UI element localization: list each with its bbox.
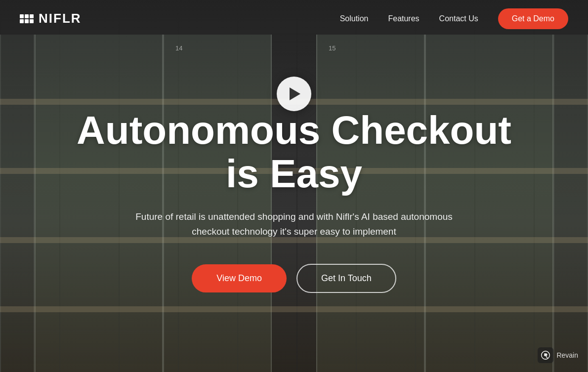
hero-buttons: View Demo Get In Touch (72, 264, 516, 293)
play-button[interactable] (277, 77, 311, 111)
logo-icon (20, 14, 34, 23)
hero-title-line2: is Easy (226, 152, 362, 196)
hero-title: Autonomous Checkout is Easy (72, 109, 516, 196)
navbar: NIFLR Solution Features Contact Us Get a… (0, 0, 588, 37)
nav-contact[interactable]: Contact Us (439, 14, 478, 23)
fridge-number-14: 14 (175, 44, 182, 52)
hero-content: Autonomous Checkout is Easy Future of re… (72, 109, 516, 293)
fridge-number-15: 15 (329, 44, 336, 52)
logo[interactable]: NIFLR (20, 11, 82, 26)
fridge-right-far (553, 35, 588, 372)
hero-title-line1: Autonomous Checkout (77, 108, 511, 152)
hero-subtitle: Future of retail is unattended shopping … (126, 209, 462, 240)
get-in-touch-button[interactable]: Get In Touch (296, 264, 396, 293)
revain-text: Revain (556, 351, 578, 359)
nav-solution[interactable]: Solution (340, 14, 369, 23)
logo-text: NIFLR (39, 11, 82, 26)
logo-dot-2 (25, 14, 29, 18)
logo-grid (20, 14, 34, 23)
revain-badge: Revain (538, 347, 578, 363)
revain-logo-svg (540, 350, 551, 361)
revain-icon (538, 347, 553, 363)
logo-dot-1 (20, 14, 24, 18)
play-icon (290, 87, 300, 100)
fridge-left-far (0, 35, 35, 372)
logo-dot-6 (30, 19, 34, 23)
nav-features[interactable]: Features (388, 14, 419, 23)
shelf-floor (0, 306, 588, 312)
logo-dot-3 (30, 14, 34, 18)
view-demo-button[interactable]: View Demo (192, 264, 287, 292)
play-button-container (277, 77, 311, 111)
nav-links: Solution Features Contact Us Get a Demo (340, 8, 568, 29)
logo-dot-5 (25, 19, 29, 23)
hero-section: 14 15 NIFLR Solution Features Contact Us… (0, 0, 588, 372)
logo-dot-4 (20, 19, 24, 23)
get-demo-button[interactable]: Get a Demo (498, 8, 568, 29)
